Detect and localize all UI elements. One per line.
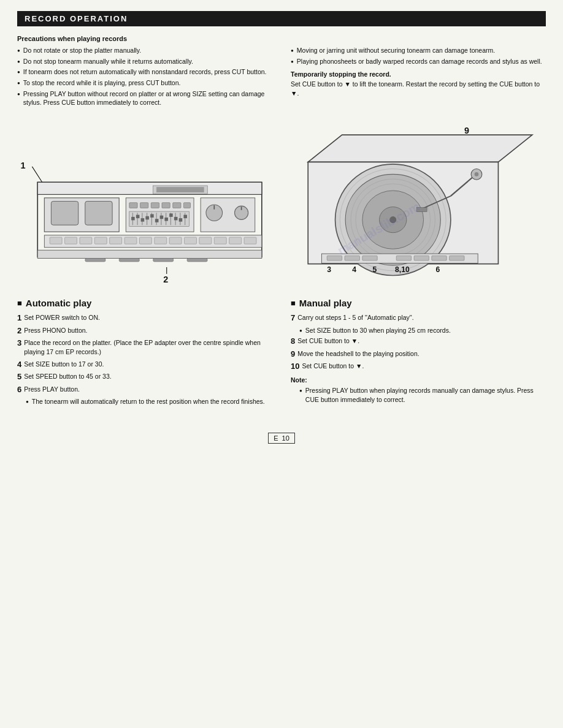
- step-5: 5 Set SPEED button to 45 or 33.: [17, 372, 272, 382]
- svg-text:8,10: 8,10: [395, 265, 410, 274]
- svg-text:9: 9: [464, 126, 469, 135]
- svg-text:2: 2: [163, 275, 168, 284]
- page-label: E: [274, 434, 278, 442]
- list-item: Do not stop tonearm manually while it re…: [17, 57, 272, 66]
- svg-rect-90: [396, 256, 411, 260]
- list-item: Moving or jarring unit without securing …: [291, 46, 546, 55]
- svg-rect-91: [414, 256, 429, 260]
- right-bullet-list: Moving or jarring unit without securing …: [291, 46, 546, 66]
- svg-rect-30: [136, 215, 140, 219]
- precautions-left: Do not rotate or stop the platter manual…: [17, 46, 272, 109]
- svg-rect-87: [327, 256, 342, 260]
- svg-rect-50: [94, 238, 107, 245]
- svg-rect-7: [51, 202, 78, 226]
- page-footer: E 10: [17, 433, 546, 444]
- svg-rect-57: [199, 238, 212, 245]
- turntable-svg: 9: [288, 121, 546, 284]
- svg-rect-33: [150, 214, 154, 218]
- svg-marker-70: [308, 135, 532, 162]
- svg-rect-93: [450, 256, 464, 260]
- svg-rect-38: [174, 217, 178, 221]
- page-number-box: E 10: [268, 433, 295, 444]
- svg-rect-52: [124, 238, 137, 245]
- svg-rect-10: [129, 203, 137, 208]
- svg-rect-5: [156, 188, 204, 193]
- manual-size-note: Set SIZE button to 30 when playing 25 cm…: [299, 326, 546, 335]
- svg-rect-48: [65, 238, 77, 245]
- svg-rect-3: [37, 183, 262, 195]
- manual-play-title: Manual play: [291, 298, 546, 308]
- instructions-section: Automatic play 1 Set POWER switch to ON.…: [17, 298, 546, 408]
- svg-rect-32: [145, 216, 149, 220]
- list-item: If tonearm does not return automatically…: [17, 67, 272, 77]
- list-item: Pressing PLAY button without record on p…: [17, 89, 272, 107]
- temp-stop-title: Temporarily stopping the record.: [291, 70, 546, 78]
- svg-rect-62: [85, 259, 105, 262]
- svg-text:3: 3: [327, 265, 331, 274]
- temp-stop-text: Set CUE button to ▼ to lift the tonearm.…: [291, 80, 546, 97]
- svg-rect-14: [173, 203, 181, 208]
- svg-rect-47: [50, 238, 62, 245]
- step-6: 6 Press PLAY button.: [17, 385, 272, 395]
- list-item: To stop the record while it is playing, …: [17, 78, 272, 88]
- svg-rect-89: [362, 256, 377, 260]
- svg-text:6: 6: [436, 265, 440, 274]
- svg-rect-49: [80, 238, 92, 245]
- svg-point-85: [475, 172, 479, 176]
- diagrams-row: 1: [17, 121, 546, 286]
- svg-rect-37: [169, 214, 173, 218]
- svg-rect-35: [160, 216, 164, 219]
- step-10: 10 Set CUE button to ▼.: [291, 362, 546, 371]
- list-item: Do not rotate or stop the platter manual…: [17, 46, 272, 55]
- note-title: Note:: [291, 376, 546, 384]
- step-3: 3 Place the record on the platter. (Plac…: [17, 338, 272, 356]
- page-header: RECORD OPERATION: [17, 11, 546, 26]
- precautions-title: Precautions when playing records: [17, 35, 546, 42]
- auto-play-note: The tonearm will automatically return to…: [26, 397, 272, 406]
- page-number: 10: [282, 434, 289, 442]
- step-7: 7 Carry out steps 1 - 5 of ''Automatic p…: [291, 313, 546, 323]
- manual-play-note: Note: Pressing PLAY button when playing …: [291, 376, 546, 404]
- svg-rect-60: [244, 238, 256, 245]
- svg-rect-11: [140, 203, 148, 208]
- svg-rect-63: [119, 259, 139, 262]
- svg-rect-12: [151, 203, 159, 208]
- svg-rect-36: [164, 218, 168, 221]
- svg-text:5: 5: [372, 265, 377, 274]
- svg-rect-13: [162, 203, 170, 208]
- svg-rect-51: [110, 238, 122, 245]
- step-8: 8 Set CUE button to ▼.: [291, 336, 546, 346]
- svg-rect-56: [185, 238, 197, 245]
- svg-rect-29: [131, 217, 135, 221]
- step-2: 2 Press PHONO button.: [17, 326, 272, 336]
- svg-text:4: 4: [352, 265, 356, 274]
- svg-rect-55: [169, 238, 182, 245]
- svg-text:1: 1: [21, 161, 26, 171]
- svg-rect-92: [432, 256, 446, 260]
- stereo-diagram: 1: [17, 148, 275, 286]
- automatic-play-title: Automatic play: [17, 298, 272, 308]
- manual-play-col: Manual play 7 Carry out steps 1 - 5 of '…: [291, 298, 546, 408]
- header-title: RECORD OPERATION: [25, 14, 128, 23]
- turntable-diagram: 9: [288, 121, 546, 286]
- step-4: 4 Set SIZE button to 17 or 30.: [17, 360, 272, 370]
- precautions-columns: Do not rotate or stop the platter manual…: [17, 46, 546, 109]
- step-1: 1 Set POWER switch to ON.: [17, 313, 272, 323]
- svg-rect-31: [141, 219, 145, 222]
- svg-rect-39: [179, 219, 183, 222]
- precautions-right: Moving or jarring unit without securing …: [291, 46, 546, 109]
- svg-rect-15: [183, 203, 190, 208]
- svg-rect-88: [345, 256, 359, 260]
- svg-rect-59: [229, 238, 242, 245]
- stereo-svg: 1: [17, 148, 275, 284]
- automatic-play-col: Automatic play 1 Set POWER switch to ON.…: [17, 298, 272, 408]
- svg-rect-54: [155, 238, 167, 245]
- svg-rect-34: [155, 219, 159, 223]
- svg-rect-61: [37, 251, 262, 259]
- svg-rect-65: [187, 259, 207, 262]
- list-item: Playing phonosheets or badly warped reco…: [291, 57, 546, 66]
- step-9: 9 Move the headshell to the playing posi…: [291, 349, 546, 359]
- svg-rect-40: [183, 215, 187, 219]
- svg-rect-53: [139, 238, 151, 245]
- svg-rect-8: [85, 202, 112, 226]
